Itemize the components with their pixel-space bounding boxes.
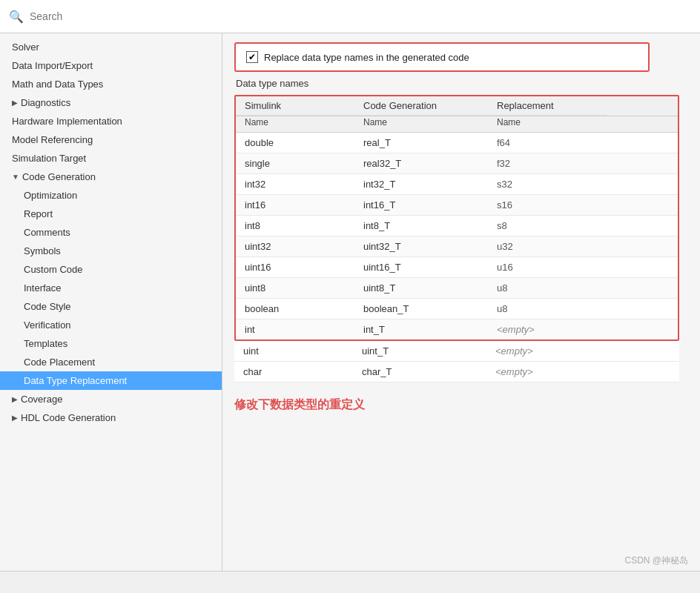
replacement-name[interactable]: u8 xyxy=(488,278,607,298)
outer-table-rows: uintuint_T<empty>charchar_T<empty> xyxy=(234,341,679,382)
col2-sub: Name xyxy=(354,116,488,132)
sidebar-item-model-referencing[interactable]: Model Referencing xyxy=(0,130,222,149)
sidebar-item-label: Report xyxy=(24,208,53,219)
simulink-name: uint32 xyxy=(236,236,354,256)
sidebar-item-hdl-code-generation[interactable]: ▶HDL Code Generation xyxy=(0,408,222,427)
codegen-name: boolean_T xyxy=(354,299,488,319)
watermark: CSDN @神秘岛 xyxy=(624,554,688,567)
sidebar-item-templates[interactable]: Templates xyxy=(0,334,222,353)
sidebar-item-coverage[interactable]: ▶Coverage xyxy=(0,390,222,408)
replacement-name[interactable]: u8 xyxy=(488,299,607,319)
codegen-name: real32_T xyxy=(354,153,488,173)
col1-sub: Name xyxy=(236,116,354,132)
replacement-name[interactable]: s32 xyxy=(488,174,607,194)
replace-checkbox-container: ✔ Replace data type names in the generat… xyxy=(234,42,650,72)
codegen-name: char_T xyxy=(353,362,486,382)
replacement-name[interactable]: f32 xyxy=(488,153,607,173)
table-row: singlereal32_Tf32 xyxy=(236,153,678,174)
replacement-name[interactable]: u16 xyxy=(488,257,607,277)
sidebar-item-interface[interactable]: Interface xyxy=(0,279,222,297)
sidebar-item-label: Comments xyxy=(24,227,70,238)
sidebar-item-label: Symbols xyxy=(24,245,61,256)
replacement-name[interactable]: s8 xyxy=(488,216,607,236)
col1-header: Simulink xyxy=(236,96,354,116)
col3-header: Replacement xyxy=(488,96,607,116)
sidebar-item-code-style[interactable]: Code Style xyxy=(0,297,222,316)
sidebar-item-label: Interface xyxy=(24,282,62,294)
table-row: booleanboolean_Tu8 xyxy=(236,299,678,319)
search-icon: 🔍 xyxy=(9,10,24,24)
right-panel: ✔ Replace data type names in the generat… xyxy=(222,33,700,571)
table-row: int32int32_Ts32 xyxy=(236,174,678,195)
sidebar-item-verification[interactable]: Verification xyxy=(0,316,222,334)
simulink-name: char xyxy=(234,362,353,382)
replacement-name[interactable]: <empty> xyxy=(488,319,607,339)
sidebar: SolverData Import/ExportMath and Data Ty… xyxy=(0,33,222,571)
sidebar-item-label: Simulation Target xyxy=(12,153,86,164)
sidebar-item-data-type-replacement[interactable]: Data Type Replacement xyxy=(0,371,222,390)
search-input[interactable] xyxy=(30,10,691,22)
replacement-name[interactable]: s16 xyxy=(488,195,607,215)
replacement-name[interactable]: u32 xyxy=(488,236,607,256)
simulink-name: boolean xyxy=(236,299,354,319)
table-outer-row: charchar_T<empty> xyxy=(234,362,679,382)
simulink-name: uint8 xyxy=(236,278,354,298)
sidebar-item-label: Diagnostics xyxy=(21,97,70,108)
sidebar-item-math-and-data-types[interactable]: Math and Data Types xyxy=(0,75,222,93)
sidebar-item-label: Custom Code xyxy=(24,264,82,275)
sidebar-item-diagnostics[interactable]: ▶Diagnostics xyxy=(0,93,222,112)
codegen-name: real_T xyxy=(354,133,488,153)
table-outer-row: uintuint_T<empty> xyxy=(234,341,679,362)
replacement-name[interactable]: <empty> xyxy=(486,341,605,361)
simulink-name: int xyxy=(236,319,354,339)
sidebar-item-simulation-target[interactable]: Simulation Target xyxy=(0,149,222,168)
checkmark: ✔ xyxy=(248,52,256,62)
data-type-table: Simulink Code Generation Replacement Nam… xyxy=(234,95,679,341)
sidebar-item-optimization[interactable]: Optimization xyxy=(0,186,222,205)
bordered-table-rows: doublereal_Tf64singlereal32_Tf32int32int… xyxy=(236,133,678,339)
simulink-name: int8 xyxy=(236,216,354,236)
sidebar-item-solver[interactable]: Solver xyxy=(0,38,222,56)
codegen-name: uint32_T xyxy=(354,236,488,256)
sidebar-item-symbols[interactable]: Symbols xyxy=(0,242,222,260)
arrow-icon: ▼ xyxy=(12,173,19,181)
table-row: uint16uint16_Tu16 xyxy=(236,257,678,278)
codegen-name: uint16_T xyxy=(354,257,488,277)
sidebar-item-label: Math and Data Types xyxy=(12,79,103,90)
codegen-name: int16_T xyxy=(354,195,488,215)
sidebar-item-label: Model Referencing xyxy=(12,134,93,145)
replacement-name[interactable]: <empty> xyxy=(486,362,605,382)
codegen-name: uint8_T xyxy=(354,278,488,298)
replace-checkbox[interactable]: ✔ xyxy=(246,51,258,63)
sidebar-item-code-placement[interactable]: Code Placement xyxy=(0,353,222,371)
sidebar-item-report[interactable]: Report xyxy=(0,205,222,223)
table-row: uint32uint32_Tu32 xyxy=(236,236,678,257)
sidebar-item-label: Optimization xyxy=(24,190,77,201)
sidebar-item-label: HDL Code Generation xyxy=(21,412,116,423)
sidebar-item-label: Hardware Implementation xyxy=(12,116,122,127)
sidebar-item-label: Solver xyxy=(12,42,39,53)
replacement-name[interactable]: f64 xyxy=(488,133,607,153)
arrow-icon: ▶ xyxy=(12,395,18,403)
sidebar-item-label: Code Placement xyxy=(24,357,95,368)
simulink-name: int32 xyxy=(236,174,354,194)
replace-label: Replace data type names in the generated… xyxy=(264,52,469,63)
sidebar-item-custom-code[interactable]: Custom Code xyxy=(0,260,222,279)
col2-header: Code Generation xyxy=(354,96,488,116)
search-bar: 🔍 xyxy=(0,0,700,33)
simulink-name: uint xyxy=(234,341,353,361)
sidebar-item-hardware-implementation[interactable]: Hardware Implementation xyxy=(0,112,222,130)
sidebar-item-data-import/export[interactable]: Data Import/Export xyxy=(0,56,222,75)
simulink-name: double xyxy=(236,133,354,153)
sidebar-item-code-generation[interactable]: ▼Code Generation xyxy=(0,168,222,186)
sidebar-item-comments[interactable]: Comments xyxy=(0,223,222,242)
table-row: intint_T<empty> xyxy=(236,319,678,339)
sidebar-item-label: Templates xyxy=(24,338,67,349)
simulink-name: single xyxy=(236,153,354,173)
simulink-name: int16 xyxy=(236,195,354,215)
arrow-icon: ▶ xyxy=(12,99,18,107)
sidebar-item-label: Data Type Replacement xyxy=(24,375,127,386)
arrow-icon: ▶ xyxy=(12,414,18,422)
table-row: int16int16_Ts16 xyxy=(236,195,678,216)
codegen-name: int_T xyxy=(354,319,488,339)
